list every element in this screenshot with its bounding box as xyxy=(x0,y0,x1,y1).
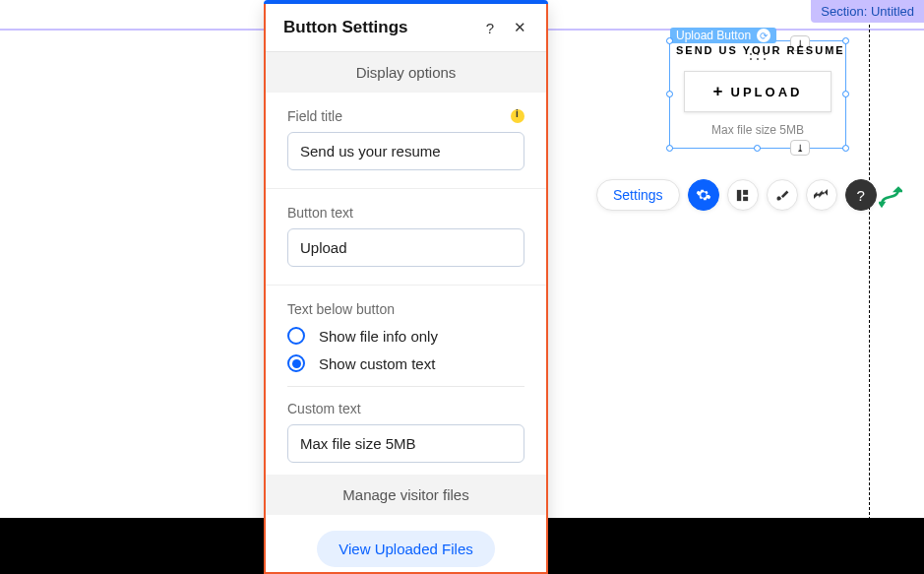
panel-header: Button Settings ? ✕ xyxy=(266,4,546,52)
section-tag[interactable]: Section: Untitled xyxy=(811,0,924,23)
close-icon[interactable]: ✕ xyxy=(511,19,528,36)
svg-rect-0 xyxy=(737,189,741,200)
connector-arrow-icon xyxy=(879,185,902,209)
field-title-block: Field title xyxy=(266,93,546,189)
upload-button-label: UPLOAD xyxy=(731,85,803,99)
gear-icon[interactable] xyxy=(688,179,719,211)
brush-icon[interactable] xyxy=(767,179,798,211)
button-text-label: Button text xyxy=(287,205,353,221)
field-title-label: Field title xyxy=(287,108,342,124)
resize-handle[interactable] xyxy=(842,91,849,97)
drag-handle-icon[interactable] xyxy=(748,53,768,61)
layout-icon[interactable] xyxy=(727,179,759,211)
resize-handle[interactable] xyxy=(842,145,849,152)
widget-tag-label: Upload Button xyxy=(676,29,751,42)
section-display-options: Display options xyxy=(266,52,546,93)
upload-button[interactable]: + UPLOAD xyxy=(684,71,832,112)
radio-icon xyxy=(287,354,305,372)
reload-icon[interactable]: ⟳ xyxy=(757,29,770,42)
text-below-block: Text below button Show file info only Sh… xyxy=(266,286,546,471)
resize-handle[interactable] xyxy=(666,145,673,152)
settings-button[interactable]: Settings xyxy=(596,179,680,211)
radio-icon xyxy=(287,327,305,345)
upload-button-widget[interactable]: Upload Button ⟳ ⤓ SEND US YOUR RESUME + … xyxy=(669,40,846,149)
view-uploaded-files-button[interactable]: View Uploaded Files xyxy=(317,531,494,567)
radio-label: Show file info only xyxy=(319,328,438,345)
resize-handle[interactable] xyxy=(666,91,673,97)
canvas-ruler-guide xyxy=(869,0,870,574)
widget-name-tag[interactable]: Upload Button ⟳ xyxy=(670,28,776,43)
svg-rect-2 xyxy=(743,196,748,200)
resize-handle[interactable] xyxy=(666,37,673,44)
button-settings-panel: Button Settings ? ✕ Display options Fiel… xyxy=(264,4,548,574)
section-manage-files: Manage visitor files xyxy=(266,475,546,515)
plus-icon: + xyxy=(713,82,723,101)
custom-text-input[interactable] xyxy=(287,424,524,463)
radio-file-info[interactable]: Show file info only xyxy=(287,327,524,345)
field-title-input[interactable] xyxy=(287,132,524,170)
info-icon[interactable] xyxy=(511,109,524,123)
widget-subtext: Max file size 5MB xyxy=(670,123,845,137)
panel-title: Button Settings xyxy=(283,18,469,37)
floating-toolbar: Settings ? xyxy=(596,179,877,211)
svg-rect-1 xyxy=(743,189,748,194)
custom-text-label: Custom text xyxy=(287,401,361,416)
resize-handle[interactable] xyxy=(842,37,849,44)
help-icon[interactable]: ? xyxy=(845,179,877,211)
text-below-label: Text below button xyxy=(287,301,395,317)
help-icon[interactable]: ? xyxy=(481,19,499,36)
radio-label: Show custom text xyxy=(319,355,435,372)
button-text-block: Button text xyxy=(266,189,546,286)
radio-custom-text[interactable]: Show custom text xyxy=(287,354,524,372)
animation-icon[interactable] xyxy=(806,179,837,211)
button-text-input[interactable] xyxy=(287,228,524,267)
resize-handle[interactable] xyxy=(754,145,761,152)
download-icon[interactable]: ⤓ xyxy=(790,140,810,156)
